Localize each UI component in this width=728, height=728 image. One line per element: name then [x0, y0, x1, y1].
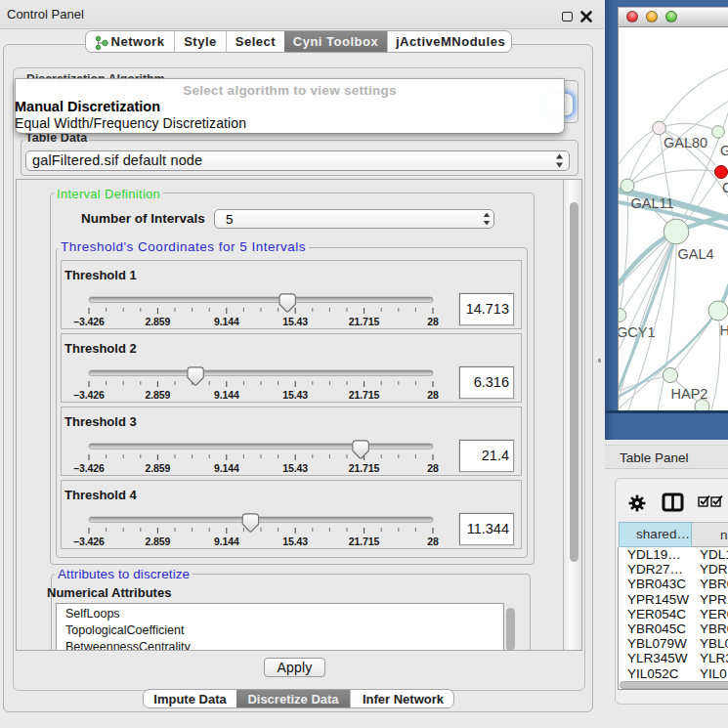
svg-text:GCY1: GCY1: [619, 324, 656, 340]
svg-text:C: C: [722, 180, 728, 195]
svg-text:HA: HA: [720, 322, 728, 338]
svg-text:HAP2: HAP2: [671, 386, 708, 402]
svg-text:GAL11: GAL11: [631, 195, 674, 211]
svg-text:GAL80: GAL80: [664, 135, 707, 150]
svg-text:GA: GA: [720, 143, 728, 158]
svg-text:GAL4: GAL4: [678, 246, 714, 262]
